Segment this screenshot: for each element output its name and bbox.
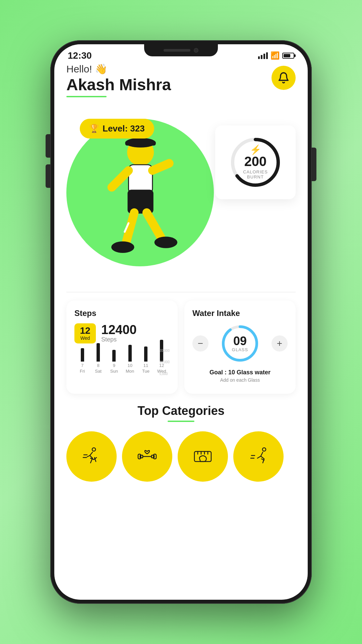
notification-button[interactable] xyxy=(272,66,296,90)
signal-icon xyxy=(258,52,268,59)
bar-label: 11 Tue xyxy=(142,363,149,374)
steps-count: 12400 xyxy=(101,323,137,336)
water-goal: Goal : 10 Glass water xyxy=(192,369,288,376)
decrease-water-button[interactable]: − xyxy=(192,335,208,352)
water-center: 09 GLASS xyxy=(232,335,248,352)
bar-group: 10 Mon xyxy=(122,345,138,374)
date-day: Wed xyxy=(78,335,92,341)
level-badge: 🏆 Level: 323 xyxy=(80,119,154,139)
gym-icon xyxy=(135,445,159,468)
calories-ring: ⚡ 200 CALORIES BURNT xyxy=(229,136,282,189)
chart-bar xyxy=(97,343,100,362)
section-underline xyxy=(168,421,194,422)
water-card: Water Intake − 09 GLASS xyxy=(184,301,296,394)
svg-point-9 xyxy=(111,241,134,253)
calories-card: ⚡ 200 CALORIES BURNT xyxy=(215,125,296,199)
category-cycling[interactable] xyxy=(233,431,284,482)
svg-rect-24 xyxy=(194,451,211,462)
walking-figure xyxy=(81,132,195,266)
y-label-mid: 10,000 xyxy=(159,360,170,364)
bars-container: 7 Fri8 Sat9 Sun10 Mon11 Tue12 Wed xyxy=(74,349,170,376)
calories-center: ⚡ 200 CALORIES BURNT xyxy=(242,145,269,179)
main-content: Hello! 👋 Akash Mishra 🏆 xyxy=(54,63,308,482)
bar-group: 9 Sun xyxy=(106,350,122,374)
bell-icon xyxy=(278,72,290,84)
category-running[interactable] xyxy=(66,431,117,482)
status-icons: 📶 xyxy=(258,51,294,60)
steps-bar-chart: 7 Fri8 Sat9 Sun10 Mon11 Tue12 Wed 20,000… xyxy=(74,349,170,386)
water-sub: Add on each Glass xyxy=(192,377,288,383)
lightning-icon: ⚡ xyxy=(242,145,269,155)
date-num: 12 xyxy=(78,326,92,335)
running-icon xyxy=(80,445,103,468)
hero-section: 🏆 Level: 323 xyxy=(54,105,308,286)
section-title: Top Categories xyxy=(66,404,296,418)
battery-icon xyxy=(282,53,294,59)
steps-card: Steps 12 Wed 12400 Steps 7 Fri8 Sat xyxy=(66,301,178,394)
user-name: Akash Mishra xyxy=(66,76,171,94)
status-time: 12:30 xyxy=(68,50,92,61)
trophy-icon: 🏆 xyxy=(89,124,99,133)
volume-down-button[interactable] xyxy=(46,164,50,188)
phone-screen: 12:30 📶 Hello! 👋 xyxy=(54,44,308,600)
y-axis-labels: 20,000 10,000 5,000 xyxy=(159,349,170,376)
increase-water-button[interactable]: + xyxy=(272,335,288,352)
name-underline xyxy=(66,96,107,97)
chart-bar xyxy=(128,345,132,362)
user-info: Hello! 👋 Akash Mishra xyxy=(66,63,171,97)
wifi-icon: 📶 xyxy=(270,51,280,60)
chart-bar xyxy=(112,350,116,362)
phone-frame: 12:30 📶 Hello! 👋 xyxy=(50,40,312,604)
strength-icon xyxy=(191,445,215,468)
svg-point-16 xyxy=(92,448,96,451)
svg-line-5 xyxy=(153,163,169,170)
steps-value-group: 12400 Steps xyxy=(101,323,137,343)
categories-section: Top Categories xyxy=(66,404,296,422)
water-card-title: Water Intake xyxy=(192,309,288,318)
svg-line-8 xyxy=(147,213,161,237)
volume-up-button[interactable] xyxy=(46,134,50,158)
divider xyxy=(66,292,296,292)
svg-rect-2 xyxy=(125,142,156,145)
bar-group: 7 Fri xyxy=(74,348,90,374)
camera xyxy=(194,48,198,53)
steps-card-title: Steps xyxy=(74,309,170,318)
bar-group: 11 Tue xyxy=(138,346,154,374)
calories-number: 200 xyxy=(242,155,269,168)
water-number: 09 xyxy=(232,335,248,347)
bar-label: 9 Sun xyxy=(110,363,118,374)
notch xyxy=(144,44,218,56)
calories-label: CALORIES BURNT xyxy=(242,169,269,179)
y-label-high: 20,000 xyxy=(159,349,170,353)
header: Hello! 👋 Akash Mishra xyxy=(66,63,296,97)
bar-label: 8 Sat xyxy=(95,363,102,374)
steps-unit: Steps xyxy=(101,336,137,343)
level-text: Level: 323 xyxy=(103,123,145,134)
date-badge: 12 Wed xyxy=(74,323,96,343)
category-gym[interactable] xyxy=(122,431,172,482)
bar-label: 10 Mon xyxy=(126,363,134,374)
water-unit: GLASS xyxy=(232,347,248,352)
svg-point-10 xyxy=(155,236,178,248)
bar-label: 7 Fri xyxy=(80,363,85,374)
bar-group: 8 Sat xyxy=(90,343,106,374)
categories-row xyxy=(66,431,296,482)
cycling-icon xyxy=(247,445,270,468)
category-strength[interactable] xyxy=(178,431,228,482)
water-ring: 09 GLASS xyxy=(220,323,260,364)
greeting-text: Hello! 👋 xyxy=(66,63,107,75)
power-button[interactable] xyxy=(312,148,316,181)
speaker xyxy=(164,49,190,52)
cards-row: Steps 12 Wed 12400 Steps 7 Fri8 Sat xyxy=(66,301,296,394)
chart-bar xyxy=(144,346,147,362)
y-label-low: 5,000 xyxy=(159,372,170,376)
chart-bar xyxy=(81,348,84,362)
svg-point-29 xyxy=(262,448,266,451)
svg-line-4 xyxy=(112,170,128,187)
water-controls: − 09 GLASS + xyxy=(192,323,288,364)
